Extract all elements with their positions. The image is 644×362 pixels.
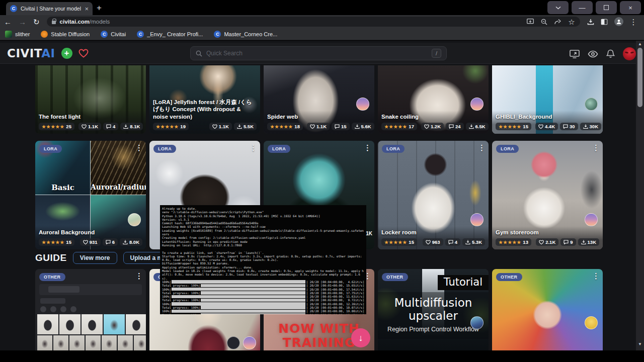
creator-avatar[interactable] bbox=[227, 336, 240, 349]
downloads-pill[interactable]: 8.0K bbox=[120, 238, 142, 246]
close-icon[interactable]: × bbox=[620, 1, 641, 14]
minimize-icon[interactable]: — bbox=[572, 1, 593, 14]
gallery-button[interactable] bbox=[50, 306, 56, 312]
civitai-logo[interactable]: CIVITAI bbox=[7, 47, 55, 60]
scrollbar-up-icon[interactable]: ▲ bbox=[636, 42, 644, 46]
card-menu-kebab-icon[interactable]: ⋮ bbox=[592, 144, 600, 151]
card-menu-kebab-icon[interactable]: ⋮ bbox=[135, 272, 143, 280]
comments-pill[interactable]: 4 bbox=[445, 238, 460, 246]
model-card[interactable]: [LoRA] Jellyfish forest / 水月森 /くらげもり Con… bbox=[149, 65, 260, 134]
downloads-pill[interactable]: 5.5K bbox=[234, 123, 257, 130]
gallery-thumbnail[interactable] bbox=[69, 335, 85, 350]
creator-avatar[interactable] bbox=[585, 213, 598, 226]
model-card[interactable]: BasicAuroral/radiumLORA⋮Auroral Backgrou… bbox=[35, 141, 146, 249]
rating-pill[interactable]: ★★★★★25 bbox=[39, 123, 74, 130]
rating-pill[interactable]: ★★★★★13 bbox=[496, 238, 531, 246]
download-fab-button[interactable]: ↓ bbox=[351, 328, 370, 347]
scrollbar-down-icon[interactable]: ▼ bbox=[636, 342, 644, 346]
model-card[interactable]: LORA⋮Locker room★★★★★1596345.3K bbox=[378, 141, 489, 249]
address-bar[interactable]: civitai.com/models ☆ bbox=[47, 17, 580, 27]
user-avatar[interactable] bbox=[623, 47, 636, 60]
model-card[interactable]: OTHER⋮ bbox=[492, 269, 603, 350]
model-card[interactable]: OTHERTutorialMultidiffusion upscalerRegi… bbox=[378, 269, 489, 350]
create-plus-button[interactable]: + bbox=[61, 48, 72, 59]
browser-tab[interactable]: C Civitai | Share your models × bbox=[6, 2, 93, 15]
model-card[interactable]: Snake coiling★★★★★171.2K246.5K bbox=[378, 65, 489, 134]
gallery-thumbnail[interactable] bbox=[82, 314, 103, 334]
rating-pill[interactable]: ★★★★★15 bbox=[39, 238, 74, 246]
downloads-pill[interactable]: 13K bbox=[578, 238, 599, 246]
tab-search-chevron-icon[interactable] bbox=[547, 1, 569, 14]
gallery-thumbnail[interactable] bbox=[37, 314, 58, 334]
gallery-thumbnail[interactable] bbox=[134, 335, 146, 350]
downloads-pill[interactable]: 8.1K bbox=[120, 123, 143, 130]
creator-avatar[interactable] bbox=[356, 98, 369, 111]
model-card[interactable]: LORA⋮Gym storeroom★★★★★132.1K913K bbox=[492, 141, 603, 249]
scrollbar-thumb[interactable] bbox=[637, 48, 642, 107]
gallery-thumbnail[interactable] bbox=[104, 314, 125, 334]
model-card[interactable]: GHIBLI_Background★★★★★154.4K3030K bbox=[492, 65, 603, 134]
downloads-icon[interactable] bbox=[587, 19, 594, 25]
rating-pill[interactable]: ★★★★★15 bbox=[496, 123, 531, 130]
gallery-thumbnail[interactable] bbox=[37, 335, 52, 350]
share-icon[interactable] bbox=[554, 19, 561, 25]
lock-icon[interactable] bbox=[52, 21, 56, 24]
url-text[interactable]: civitai.com/models bbox=[60, 19, 523, 25]
bookmark-item[interactable]: CMaster_Corneo Cre... bbox=[214, 31, 277, 38]
reload-icon[interactable]: ↻ bbox=[33, 18, 40, 26]
downloads-pill[interactable]: 30K bbox=[580, 123, 601, 130]
bookmark-star-icon[interactable]: ☆ bbox=[568, 18, 575, 26]
creator-avatar[interactable] bbox=[128, 213, 141, 226]
model-card[interactable]: The forest light★★★★★251.1K48.1K bbox=[35, 65, 146, 134]
creator-avatar[interactable] bbox=[470, 98, 484, 111]
gallery-thumbnail[interactable] bbox=[126, 314, 146, 334]
side-panel-icon[interactable] bbox=[601, 19, 608, 25]
card-menu-kebab-icon[interactable]: ⋮ bbox=[135, 144, 143, 151]
chrome-menu-kebab-icon[interactable]: ⋮ bbox=[630, 18, 637, 26]
rating-pill[interactable]: ★★★★★15 bbox=[381, 238, 417, 246]
gallery-button[interactable] bbox=[40, 306, 46, 312]
gallery-thumbnail[interactable] bbox=[59, 314, 80, 334]
restore-icon[interactable] bbox=[596, 1, 617, 14]
view-more-button[interactable]: View more bbox=[73, 252, 117, 264]
browsing-mode-eye-icon[interactable] bbox=[588, 50, 598, 58]
downloads-pill[interactable]: 5.6K bbox=[352, 123, 374, 130]
hearts-pill[interactable]: 1.1K bbox=[78, 123, 101, 130]
bookmark-item[interactable]: slither bbox=[5, 31, 30, 38]
card-menu-kebab-icon[interactable]: ⋮ bbox=[478, 144, 486, 151]
card-menu-kebab-icon[interactable]: ⋮ bbox=[250, 144, 257, 151]
bookmark-item[interactable]: C_Envy_ Creator Profi... bbox=[137, 31, 203, 38]
model-card[interactable]: OTHER⋮ bbox=[35, 269, 146, 350]
creator-avatar[interactable] bbox=[585, 98, 598, 111]
search-input[interactable]: Quick Search / bbox=[190, 46, 447, 60]
rating-pill[interactable]: ★★★★★17 bbox=[381, 123, 417, 130]
tab-close-icon[interactable]: × bbox=[85, 6, 89, 12]
zoom-icon[interactable] bbox=[541, 19, 547, 25]
gallery-thumbnail[interactable] bbox=[86, 335, 101, 350]
bookmark-item[interactable]: CCivitai bbox=[101, 31, 126, 38]
hearts-pill[interactable]: 1.2K bbox=[421, 123, 444, 130]
hearts-pill[interactable]: 963 bbox=[423, 238, 443, 246]
gallery-thumbnail[interactable] bbox=[118, 335, 133, 350]
supporter-heart-icon[interactable] bbox=[78, 49, 89, 58]
gallery-thumbnail[interactable] bbox=[53, 335, 68, 350]
forward-icon[interactable]: → bbox=[19, 18, 26, 26]
gallery-thumbnail[interactable] bbox=[102, 335, 117, 350]
creator-avatar[interactable] bbox=[585, 316, 598, 329]
card-menu-kebab-icon[interactable]: ⋮ bbox=[364, 144, 371, 151]
gallery-button[interactable] bbox=[70, 306, 76, 312]
hearts-pill[interactable]: 1.1K bbox=[209, 123, 232, 130]
hearts-pill[interactable]: 931 bbox=[80, 238, 101, 246]
hearts-pill[interactable]: 1.1K bbox=[307, 123, 330, 130]
creator-avatar[interactable] bbox=[243, 336, 256, 349]
comments-pill[interactable]: 4 bbox=[103, 123, 118, 130]
screen-cast-icon[interactable] bbox=[570, 50, 580, 58]
downloads-pill[interactable]: 5.3K bbox=[462, 238, 485, 246]
hearts-pill[interactable]: 4.4K bbox=[535, 123, 558, 130]
comments-pill[interactable]: 9 bbox=[560, 238, 576, 246]
rating-pill[interactable]: ★★★★★19 bbox=[153, 123, 189, 130]
creator-avatar[interactable] bbox=[470, 316, 484, 329]
comments-pill[interactable]: 15 bbox=[332, 123, 350, 130]
model-card[interactable]: Spider web★★★★★181.1K155.6K bbox=[264, 65, 374, 134]
new-tab-button[interactable]: + bbox=[97, 3, 102, 13]
